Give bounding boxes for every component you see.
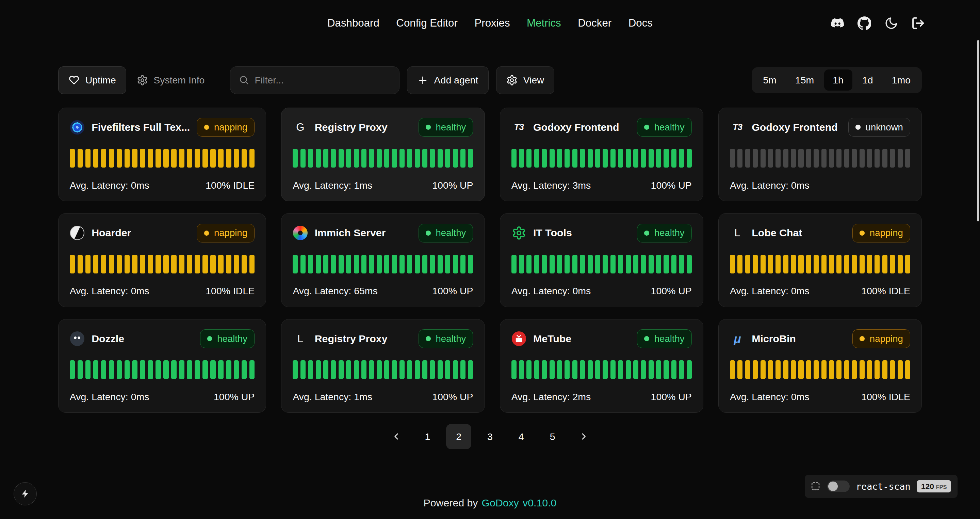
- time-range-5m[interactable]: 5m: [754, 69, 785, 91]
- uptime-bar[interactable]: [468, 360, 473, 379]
- uptime-bar[interactable]: [323, 360, 328, 379]
- uptime-bar[interactable]: [656, 360, 661, 379]
- uptime-bar[interactable]: [542, 360, 547, 379]
- uptime-bar[interactable]: [293, 360, 298, 379]
- uptime-bar[interactable]: [140, 255, 145, 273]
- uptime-bar[interactable]: [663, 149, 669, 168]
- page-button-1[interactable]: 1: [415, 424, 440, 449]
- uptime-bar[interactable]: [852, 360, 857, 379]
- uptime-bar[interactable]: [768, 255, 773, 273]
- uptime-bar[interactable]: [814, 255, 819, 273]
- uptime-card-lobe-chat[interactable]: LLobe ChatnappingAvg. Latency: 0ms100% I…: [718, 213, 922, 307]
- uptime-bar[interactable]: [460, 255, 466, 273]
- uptime-bar[interactable]: [775, 360, 781, 379]
- uptime-bar[interactable]: [339, 360, 344, 379]
- uptime-bar[interactable]: [791, 149, 796, 168]
- uptime-bar[interactable]: [641, 360, 646, 379]
- uptime-bar[interactable]: [671, 149, 676, 168]
- uptime-bar[interactable]: [242, 149, 247, 168]
- uptime-bar[interactable]: [572, 360, 578, 379]
- nav-item-dashboard[interactable]: Dashboard: [327, 17, 379, 29]
- page-button-4[interactable]: 4: [509, 424, 533, 449]
- uptime-bar[interactable]: [430, 255, 435, 273]
- uptime-card-it-tools[interactable]: IT ToolshealthyAvg. Latency: 0ms100% UP: [500, 213, 703, 307]
- uptime-bar[interactable]: [814, 360, 819, 379]
- uptime-bar[interactable]: [361, 360, 366, 379]
- uptime-bar[interactable]: [671, 360, 676, 379]
- uptime-bar[interactable]: [179, 255, 185, 273]
- uptime-bar[interactable]: [588, 360, 593, 379]
- uptime-bar[interactable]: [814, 149, 819, 168]
- uptime-bar[interactable]: [905, 149, 910, 168]
- uptime-bar[interactable]: [210, 149, 216, 168]
- uptime-bar[interactable]: [218, 360, 224, 379]
- uptime-bar[interactable]: [234, 360, 239, 379]
- uptime-bar[interactable]: [829, 149, 834, 168]
- uptime-bar[interactable]: [179, 149, 185, 168]
- uptime-bar[interactable]: [308, 149, 313, 168]
- uptime-bar[interactable]: [361, 255, 366, 273]
- uptime-bar[interactable]: [898, 149, 903, 168]
- uptime-bar[interactable]: [453, 360, 458, 379]
- uptime-bar[interactable]: [132, 360, 137, 379]
- uptime-bar[interactable]: [687, 149, 692, 168]
- uptime-bar[interactable]: [663, 255, 669, 273]
- uptime-bar[interactable]: [572, 255, 578, 273]
- uptime-bar[interactable]: [323, 255, 328, 273]
- uptime-bar[interactable]: [187, 255, 192, 273]
- uptime-bar[interactable]: [542, 149, 547, 168]
- uptime-bar[interactable]: [187, 360, 192, 379]
- uptime-bar[interactable]: [679, 360, 684, 379]
- uptime-bar[interactable]: [86, 255, 91, 273]
- uptime-bar[interactable]: [218, 149, 224, 168]
- uptime-bar[interactable]: [399, 255, 404, 273]
- uptime-bar[interactable]: [430, 149, 435, 168]
- uptime-bar[interactable]: [737, 255, 743, 273]
- uptime-bar[interactable]: [369, 360, 374, 379]
- uptime-card-dozzle[interactable]: DozzlehealthyAvg. Latency: 0ms100% UP: [58, 319, 266, 413]
- uptime-bar[interactable]: [70, 255, 75, 273]
- time-range-15m[interactable]: 15m: [786, 69, 823, 91]
- uptime-bar[interactable]: [649, 149, 654, 168]
- uptime-bar[interactable]: [438, 360, 443, 379]
- uptime-bar[interactable]: [783, 360, 788, 379]
- uptime-bar[interactable]: [163, 255, 169, 273]
- uptime-bar[interactable]: [890, 360, 895, 379]
- uptime-bar[interactable]: [550, 149, 555, 168]
- uptime-bar[interactable]: [195, 149, 200, 168]
- uptime-bar[interactable]: [821, 360, 827, 379]
- uptime-bar[interactable]: [649, 360, 654, 379]
- previous-page-button[interactable]: [384, 424, 409, 449]
- uptime-bar[interactable]: [226, 360, 231, 379]
- uptime-bar[interactable]: [78, 360, 83, 379]
- scan-frame-icon[interactable]: [810, 481, 821, 492]
- uptime-bar[interactable]: [768, 149, 773, 168]
- uptime-bar[interactable]: [875, 360, 880, 379]
- uptime-bar[interactable]: [438, 255, 443, 273]
- uptime-bar[interactable]: [242, 255, 247, 273]
- add-agent-button[interactable]: Add agent: [407, 66, 488, 94]
- uptime-bar[interactable]: [656, 255, 661, 273]
- scrollbar-thumb[interactable]: [977, 40, 979, 222]
- uptime-bar[interactable]: [753, 149, 758, 168]
- uptime-bar[interactable]: [527, 255, 531, 273]
- uptime-bar[interactable]: [798, 149, 803, 168]
- uptime-bar[interactable]: [821, 149, 827, 168]
- uptime-bar[interactable]: [542, 255, 547, 273]
- uptime-bar[interactable]: [572, 149, 578, 168]
- uptime-bar[interactable]: [550, 360, 555, 379]
- time-range-1d[interactable]: 1d: [853, 69, 882, 91]
- uptime-bar[interactable]: [202, 149, 208, 168]
- discord-icon[interactable]: [830, 16, 844, 30]
- uptime-bar[interactable]: [603, 360, 608, 379]
- uptime-bar[interactable]: [109, 255, 115, 273]
- uptime-bar[interactable]: [821, 255, 827, 273]
- uptime-bar[interactable]: [331, 149, 336, 168]
- uptime-bar[interactable]: [760, 360, 765, 379]
- uptime-bar[interactable]: [392, 360, 397, 379]
- uptime-bar[interactable]: [422, 255, 427, 273]
- uptime-bar[interactable]: [588, 255, 593, 273]
- uptime-bar[interactable]: [798, 360, 803, 379]
- uptime-bar[interactable]: [618, 360, 623, 379]
- uptime-bar[interactable]: [730, 149, 735, 168]
